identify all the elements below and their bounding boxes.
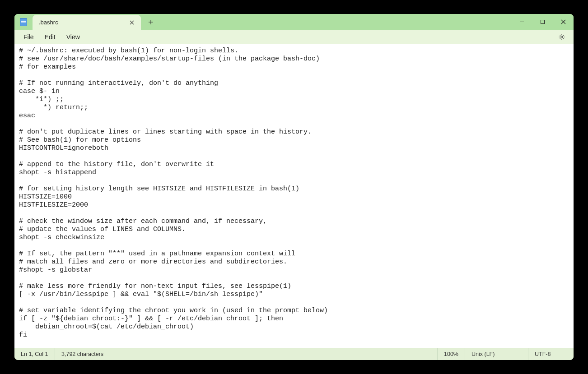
svg-rect-0 xyxy=(541,20,544,24)
tab-active[interactable]: .bashrc xyxy=(33,15,141,30)
editor-viewport[interactable]: # ~/.bashrc: executed by bash(1) for non… xyxy=(14,44,574,348)
svg-point-1 xyxy=(561,36,563,37)
close-icon xyxy=(561,19,566,24)
notepad-window: .bashrc File Edit View xyxy=(14,14,574,360)
close-tab-button[interactable] xyxy=(127,18,136,27)
close-window-button[interactable] xyxy=(553,14,574,30)
status-spacer xyxy=(110,348,438,360)
window-controls xyxy=(511,14,574,30)
minimize-icon xyxy=(519,19,524,24)
status-position[interactable]: Ln 1, Col 1 xyxy=(14,348,55,360)
app-icon-wrap xyxy=(14,14,33,30)
menu-file[interactable]: File xyxy=(18,32,39,42)
menu-edit[interactable]: Edit xyxy=(39,32,61,42)
titlebar: .bashrc xyxy=(14,14,574,30)
maximize-icon xyxy=(540,19,545,24)
statusbar: Ln 1, Col 1 3,792 characters 100% Unix (… xyxy=(14,348,574,360)
status-zoom[interactable]: 100% xyxy=(438,348,465,360)
tab-title: .bashrc xyxy=(39,19,127,26)
gear-icon xyxy=(558,33,565,41)
settings-button[interactable] xyxy=(555,33,568,41)
menubar: File Edit View xyxy=(14,30,574,44)
status-character-count: 3,792 characters xyxy=(55,348,110,360)
menu-view[interactable]: View xyxy=(61,32,85,42)
new-tab-button[interactable] xyxy=(143,14,159,30)
close-icon xyxy=(130,20,134,25)
editor-content[interactable]: # ~/.bashrc: executed by bash(1) for non… xyxy=(14,44,574,342)
notepad-icon xyxy=(20,18,27,26)
maximize-button[interactable] xyxy=(532,14,553,30)
status-line-ending[interactable]: Unix (LF) xyxy=(465,348,528,360)
minimize-button[interactable] xyxy=(511,14,532,30)
status-encoding[interactable]: UTF-8 xyxy=(528,348,574,360)
titlebar-drag-region[interactable] xyxy=(159,14,511,30)
plus-icon xyxy=(148,19,154,25)
